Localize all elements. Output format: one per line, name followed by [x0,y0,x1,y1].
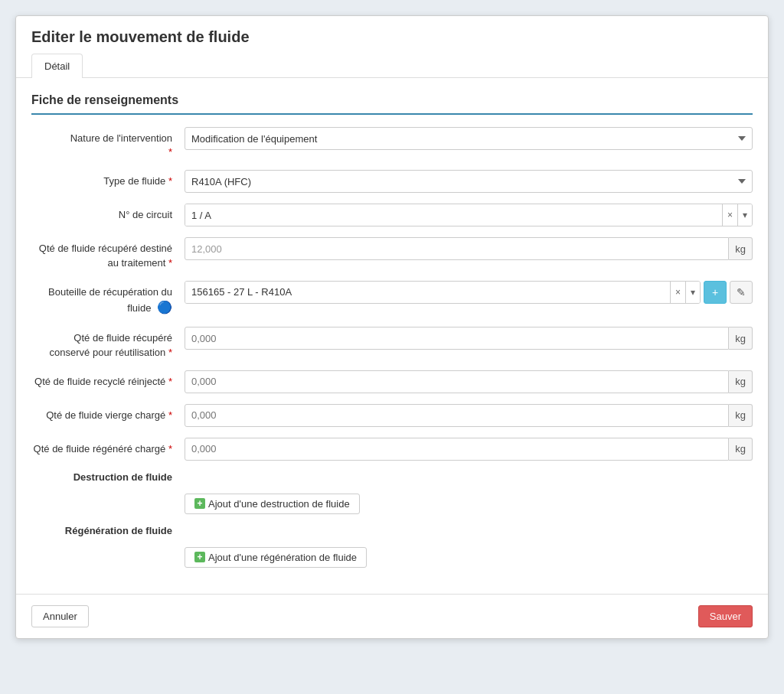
tab-detail[interactable]: Détail [31,54,83,78]
qte-recupere-conserve-input-wrap: kg [185,327,753,350]
regeneration-section-label: Régénération de fluide [31,525,185,536]
bouteille-label: Bouteille de récupération du fluide 🔵 [31,281,185,317]
qte-vierge-label: Qté de fluide vierge chargé * [31,404,185,422]
qte-vierge-control: kg [185,404,753,427]
add-destruction-btn[interactable]: + Ajout d'une destruction de fluide [185,494,360,514]
qte-recupere-traitement-control: kg [185,237,753,260]
destruction-section-label: Destruction de fluide [31,471,185,483]
qte-regenere-input-wrap: kg [185,438,753,461]
modal-footer: Annuler Sauver [16,594,768,638]
regeneration-add-wrap: + Ajout d'une régénération de fluide [185,547,753,568]
qte-recupere-traitement-input-wrap: kg [185,237,753,260]
add-destruction-icon: + [194,498,205,509]
destruction-add-wrap: + Ajout d'une destruction de fluide [185,494,753,514]
n-circuit-combo: × ▾ [185,204,753,226]
type-fluide-label: Type de fluide * [31,170,185,188]
bouteille-actions: × ▾ [670,281,700,304]
qte-recycle-label: Qté de fluide recyclé réinjecté * [31,370,185,389]
n-circuit-label: N° de circuit [31,204,185,222]
qte-recupere-traitement-label: Qté de fluide récupéré destiné au traite… [31,237,185,269]
regeneration-section-row: Régénération de fluide [31,525,753,536]
bouteille-dropdown-btn[interactable]: ▾ [685,281,700,304]
modal-header: Editer le mouvement de fluide [16,16,768,54]
bouteille-edit-btn[interactable]: ✎ [730,281,753,304]
destruction-add-row: + Ajout d'une destruction de fluide [31,494,753,514]
qte-regenere-unit: kg [729,438,753,461]
n-circuit-input[interactable] [185,204,722,226]
qte-recupere-conserve-input[interactable] [185,327,729,350]
cancel-button[interactable]: Annuler [31,605,89,627]
destruction-section-row: Destruction de fluide [31,471,753,483]
tabs-bar: Détail [16,54,768,78]
bouteille-combo: × ▾ [185,281,701,304]
qte-vierge-row: Qté de fluide vierge chargé * kg [31,404,753,427]
type-fluide-row: Type de fluide * R410A (HFC) R32 R22 R13… [31,170,753,193]
regeneration-add-row: + Ajout d'une régénération de fluide [31,547,753,568]
qte-regenere-row: Qté de fluide régénéré chargé * kg [31,438,753,461]
bouteille-row: Bouteille de récupération du fluide 🔵 × … [31,281,753,317]
n-circuit-dropdown-btn[interactable]: ▾ [737,204,752,226]
qte-vierge-input-wrap: kg [185,404,753,427]
bouteille-input[interactable] [185,281,670,304]
section-title: Fiche de renseignements [31,93,753,115]
modal-title: Editer le mouvement de fluide [31,28,753,46]
modal-body: Fiche de renseignements Nature de l'inte… [16,78,768,594]
add-regeneration-icon: + [194,552,205,562]
nature-control: Modification de l'équipement Mise en ser… [185,127,753,150]
qte-recupere-conserve-unit: kg [729,327,753,350]
modal-container: Editer le mouvement de fluide Détail Fic… [15,15,769,639]
qte-recupere-traitement-input[interactable] [185,237,729,260]
bouteille-info-icon: 🔵 [157,301,172,314]
qte-recupere-conserve-control: kg [185,327,753,350]
add-regeneration-btn[interactable]: + Ajout d'une régénération de fluide [185,547,367,568]
save-button[interactable]: Sauver [698,605,753,627]
n-circuit-actions: × ▾ [722,204,752,226]
qte-regenere-input[interactable] [185,438,729,461]
qte-regenere-control: kg [185,438,753,461]
qte-recycle-control: kg [185,370,753,393]
qte-recupere-conserve-row: Qté de fluide récupéré conservé pour réu… [31,327,753,359]
qte-vierge-unit: kg [729,404,753,427]
qte-recupere-traitement-row: Qté de fluide récupéré destiné au traite… [31,237,753,269]
type-fluide-control: R410A (HFC) R32 R22 R134a [185,170,753,193]
qte-recupere-conserve-label: Qté de fluide récupéré conservé pour réu… [31,327,185,359]
qte-recycle-input-wrap: kg [185,370,753,393]
n-circuit-row: N° de circuit × ▾ [31,204,753,226]
qte-recycle-input[interactable] [185,370,729,393]
n-circuit-clear-btn[interactable]: × [723,204,737,226]
bouteille-control: × ▾ + ✎ [185,281,753,304]
qte-regenere-label: Qté de fluide régénéré chargé * [31,438,185,456]
qte-recycle-row: Qté de fluide recyclé réinjecté * kg [31,370,753,393]
bouteille-clear-btn[interactable]: × [671,281,685,304]
bouteille-add-btn[interactable]: + [704,281,727,304]
nature-row: Nature de l'intervention * Modification … [31,127,753,159]
n-circuit-control: × ▾ [185,204,753,226]
nature-select[interactable]: Modification de l'équipement Mise en ser… [185,127,753,150]
nature-label: Nature de l'intervention * [31,127,185,159]
qte-recycle-unit: kg [729,370,753,393]
qte-recupere-traitement-unit: kg [729,237,753,260]
type-fluide-select[interactable]: R410A (HFC) R32 R22 R134a [185,170,753,193]
qte-vierge-input[interactable] [185,404,729,427]
